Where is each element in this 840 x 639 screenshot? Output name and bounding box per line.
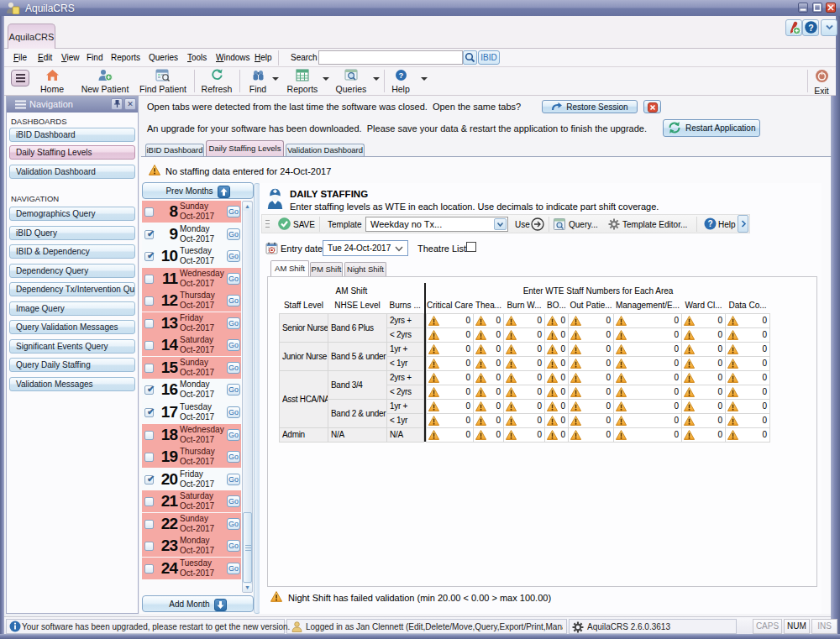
svg-text:?: ? — [808, 23, 813, 33]
svg-text:?: ? — [398, 71, 403, 80]
svg-text:?: ? — [707, 219, 712, 228]
